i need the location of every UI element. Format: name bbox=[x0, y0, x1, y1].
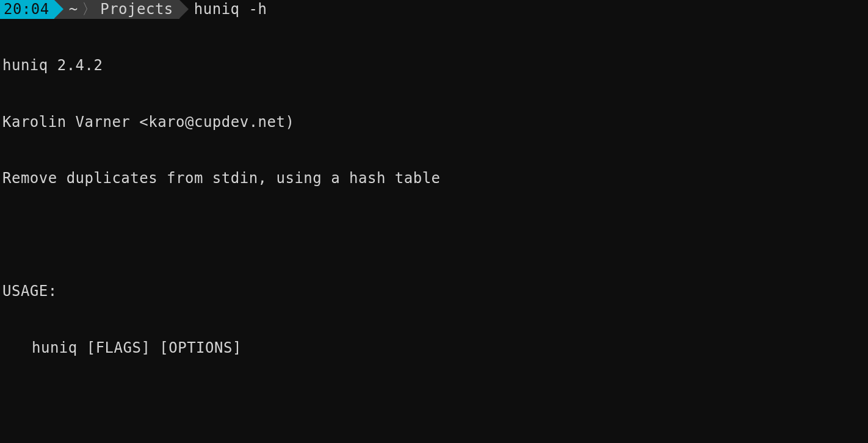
prompt-line-1: 20:04 ~〉Projects huniq -h bbox=[0, 0, 868, 19]
version-line: huniq 2.4.2 bbox=[2, 56, 868, 75]
time-value: 20:04 bbox=[4, 0, 49, 19]
command-output: huniq 2.4.2 Karolin Varner <karo@cupdev.… bbox=[0, 19, 868, 443]
prompt-time: 20:04 bbox=[0, 0, 54, 19]
prompt-command[interactable]: huniq -h bbox=[179, 0, 267, 19]
prompt-path: ~〉Projects bbox=[54, 0, 179, 19]
usage-header: USAGE: bbox=[2, 282, 868, 301]
path-separator-icon: 〉 bbox=[82, 0, 97, 19]
command-text: huniq -h bbox=[194, 0, 267, 19]
description-line: Remove duplicates from stdin, using a ha… bbox=[2, 169, 868, 188]
author-line: Karolin Varner <karo@cupdev.net) bbox=[2, 113, 868, 132]
path-home: ~ bbox=[69, 0, 78, 19]
path-dir: Projects bbox=[100, 0, 173, 19]
usage-body: huniq [FLAGS] [OPTIONS] bbox=[2, 339, 868, 358]
blank-line bbox=[2, 226, 868, 245]
blank-line bbox=[2, 395, 868, 414]
